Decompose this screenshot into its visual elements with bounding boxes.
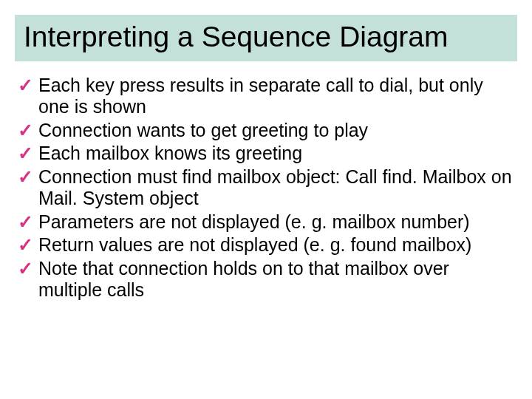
list-item: ✓ Each key press results in separate cal… xyxy=(18,75,514,118)
bullet-text: Return values are not displayed (e. g. f… xyxy=(38,234,471,255)
list-item: ✓ Return values are not displayed (e. g.… xyxy=(18,234,514,256)
bullet-text: Parameters are not displayed (e. g. mail… xyxy=(38,211,470,232)
bullet-list: ✓ Each key press results in separate cal… xyxy=(15,75,517,301)
list-item: ✓ Connection must find mailbox object: C… xyxy=(18,166,514,210)
check-icon: ✓ xyxy=(18,234,33,256)
check-icon: ✓ xyxy=(18,75,33,97)
check-icon: ✓ xyxy=(18,143,33,165)
slide: Interpreting a Sequence Diagram ✓ Each k… xyxy=(0,0,532,399)
list-item: ✓ Connection wants to get greeting to pl… xyxy=(18,120,514,142)
title-box: Interpreting a Sequence Diagram xyxy=(15,15,517,61)
list-item: ✓ Note that connection holds on to that … xyxy=(18,258,514,301)
check-icon: ✓ xyxy=(18,166,33,188)
list-item: ✓ Each mailbox knows its greeting xyxy=(18,143,514,165)
bullet-text: Connection must find mailbox object: Cal… xyxy=(38,166,512,209)
bullet-text: Each key press results in separate call … xyxy=(38,75,483,117)
bullet-text: Each mailbox knows its greeting xyxy=(38,143,302,163)
list-item: ✓ Parameters are not displayed (e. g. ma… xyxy=(18,211,514,233)
check-icon: ✓ xyxy=(18,120,33,142)
slide-title: Interpreting a Sequence Diagram xyxy=(24,21,508,54)
bullet-text: Note that connection holds on to that ma… xyxy=(38,258,449,301)
bullet-text: Connection wants to get greeting to play xyxy=(38,120,368,140)
check-icon: ✓ xyxy=(18,258,33,280)
check-icon: ✓ xyxy=(18,211,33,233)
